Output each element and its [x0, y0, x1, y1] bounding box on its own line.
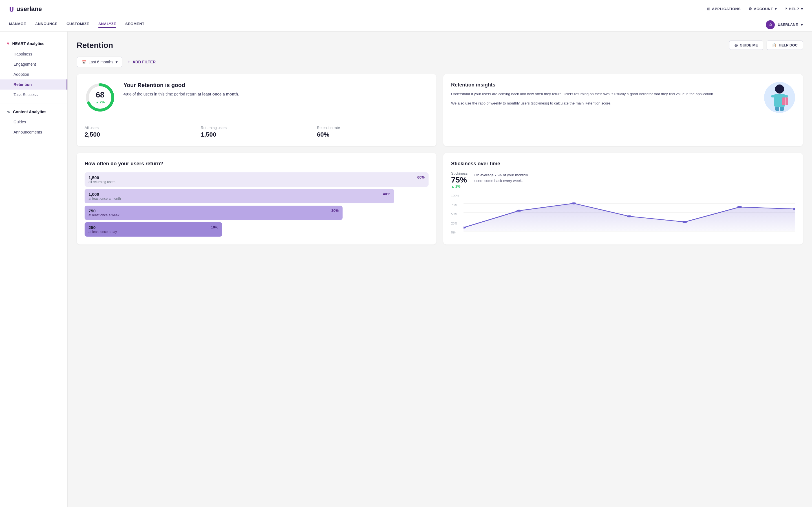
guide-me-button[interactable]: ◎ GUIDE ME	[729, 41, 763, 50]
freq-card-title: How often do your users return?	[85, 161, 428, 167]
page-title: Retention	[77, 41, 113, 50]
sidebar-item-guides[interactable]: Guides	[0, 117, 67, 127]
svg-point-2	[775, 84, 784, 94]
top-cards-row: 68 ▲ 2% Your Retention is good 40% of th…	[77, 74, 803, 146]
top-nav-right: ⊞ APPLICATIONS ⚙ ACCOUNT ▾ ? HELP ▾	[707, 7, 803, 11]
y-label-50: 50%	[451, 212, 459, 216]
content-analytics-section: ∿ Content Analytics Guides Announcements	[0, 107, 67, 137]
score-title: Your Retention is good	[123, 82, 428, 89]
account-label: ACCOUNT	[754, 7, 773, 11]
y-label-75: 75%	[451, 203, 459, 207]
donut-score: 68	[96, 91, 105, 100]
user-chevron-icon: ▾	[801, 22, 803, 27]
svg-rect-5	[783, 95, 788, 98]
top-nav: ᴜ userlane ⊞ APPLICATIONS ⚙ ACCOUNT ▾ ? …	[0, 0, 812, 18]
freq-bar-3: 750 at least once a week 30%	[85, 206, 428, 220]
content-analytics-header[interactable]: ∿ Content Analytics	[0, 107, 67, 117]
compass-icon: ◎	[734, 43, 738, 47]
user-label[interactable]: USERLANE	[777, 22, 798, 27]
sidebar-item-happiness[interactable]: Happiness	[0, 49, 67, 59]
stickiness-trend: ▲ 2%	[451, 184, 468, 188]
chart-icon: ∿	[7, 110, 10, 114]
sidebar-divider	[0, 103, 67, 103]
sub-nav-items: MANAGE ANNOUNCE CUSTOMIZE ANALYZE SEGMEN…	[9, 22, 144, 28]
insights-card-inner: Retention insights Understand if your us…	[451, 82, 795, 113]
help-doc-label: HELP DOC	[779, 43, 798, 47]
svg-point-21	[737, 206, 742, 208]
freq-sub-4: at least once a day	[89, 230, 117, 234]
nav-manage[interactable]: MANAGE	[9, 22, 26, 28]
heart-analytics-header[interactable]: ♥ HEART Analytics	[0, 38, 67, 49]
help-btn[interactable]: ? HELP ▾	[784, 7, 803, 11]
y-label-0: 0%	[451, 231, 459, 234]
freq-bar-2: 1,000 at least once a month 40%	[85, 189, 428, 203]
help-doc-button[interactable]: 📋 HELP DOC	[767, 41, 803, 50]
donut-inner: 68 ▲ 2%	[96, 91, 105, 105]
page-header: Retention ◎ GUIDE ME 📋 HELP DOC	[77, 41, 803, 50]
nav-announce[interactable]: ANNOUNCE	[35, 22, 57, 28]
sidebar-item-announcements[interactable]: Announcements	[0, 127, 67, 137]
insights-title: Retention insights	[451, 82, 760, 88]
freq-bar-1: 1,500 all returning users 60%	[85, 172, 428, 187]
plus-icon: ＋	[127, 59, 131, 64]
account-btn[interactable]: ⚙ ACCOUNT ▾	[749, 7, 777, 11]
grid-icon: ⊞	[707, 7, 711, 11]
sidebar: ♥ HEART Analytics Happiness Engagement A…	[0, 32, 68, 507]
sidebar-item-retention[interactable]: Retention	[0, 79, 67, 90]
freq-pct-1: 60%	[417, 175, 424, 179]
freq-num-3: 750	[89, 209, 119, 213]
freq-pct-3: 30%	[331, 209, 339, 213]
person-illustration	[767, 83, 792, 112]
stickiness-card: Stickiness over time Stickiness 75% ▲ 2%…	[443, 153, 803, 244]
nav-customize[interactable]: CUSTOMIZE	[66, 22, 89, 28]
freq-bars: 1,500 all returning users 60% 1,000 at l…	[85, 172, 428, 237]
stat-value-all: 2,500	[85, 131, 196, 138]
applications-label: APPLICATIONS	[712, 7, 741, 11]
svg-point-17	[516, 210, 522, 212]
add-filter-label: ADD FILTER	[133, 60, 156, 64]
freq-num-2: 1,000	[89, 192, 121, 196]
sidebar-item-engagement[interactable]: Engagement	[0, 59, 67, 69]
insights-text: Retention insights Understand if your us…	[451, 82, 760, 110]
calendar-icon: 📅	[82, 60, 86, 64]
stat-label-rate: Retention rate	[317, 126, 428, 130]
header-actions: ◎ GUIDE ME 📋 HELP DOC	[729, 41, 803, 50]
y-label-100: 100%	[451, 194, 459, 198]
stickiness-chart	[463, 193, 795, 232]
svg-rect-7	[780, 107, 784, 111]
date-filter-button[interactable]: 📅 Last 6 months ▾	[77, 57, 122, 67]
user-avatar[interactable]: ☺	[766, 20, 775, 29]
chevron-down-icon: ▾	[801, 7, 803, 11]
main-layout: ♥ HEART Analytics Happiness Engagement A…	[0, 32, 812, 507]
score-stats: All users 2,500 Returning users 1,500 Re…	[85, 120, 428, 138]
svg-rect-4	[771, 95, 776, 98]
add-filter-button[interactable]: ＋ ADD FILTER	[127, 59, 156, 64]
filter-chevron-icon: ▾	[116, 60, 117, 64]
nav-segment[interactable]: SEGMENT	[125, 22, 144, 28]
bottom-cards-row: How often do your users return? 1,500 al…	[77, 153, 803, 244]
sidebar-item-adoption[interactable]: Adoption	[0, 69, 67, 79]
score-circle-wrap: 68 ▲ 2%	[85, 82, 116, 113]
nav-analyze[interactable]: ANALYZE	[98, 22, 116, 28]
date-filter-label: Last 6 months	[89, 60, 113, 64]
freq-sub-3: at least once a week	[89, 213, 119, 217]
stat-all-users: All users 2,500	[85, 126, 196, 138]
insights-desc1: Understand if your users are coming back…	[451, 91, 760, 97]
score-info: Your Retention is good 40% of the users …	[123, 82, 428, 97]
logo-icon: ᴜ	[9, 4, 13, 13]
applications-btn[interactable]: ⊞ APPLICATIONS	[707, 7, 741, 11]
stat-value-rate: 60%	[317, 131, 428, 138]
line-chart-wrap: 100% 75% 50% 25% 0%	[451, 193, 795, 235]
freq-num-1: 1,500	[89, 175, 115, 180]
gear-icon: ⚙	[749, 7, 752, 11]
question-icon: ?	[784, 7, 787, 11]
guide-me-label: GUIDE ME	[740, 43, 758, 47]
stickiness-value: 75%	[451, 175, 468, 184]
freq-pct-2: 40%	[383, 192, 390, 196]
sidebar-item-task-success[interactable]: Task Success	[0, 90, 67, 100]
stickiness-desc: On average 75% of your monthly users com…	[474, 171, 537, 188]
score-freq: at least once a month	[198, 92, 238, 96]
donut-trend: ▲ 2%	[96, 100, 105, 104]
sub-nav: MANAGE ANNOUNCE CUSTOMIZE ANALYZE SEGMEN…	[0, 18, 812, 32]
svg-rect-6	[775, 107, 779, 111]
